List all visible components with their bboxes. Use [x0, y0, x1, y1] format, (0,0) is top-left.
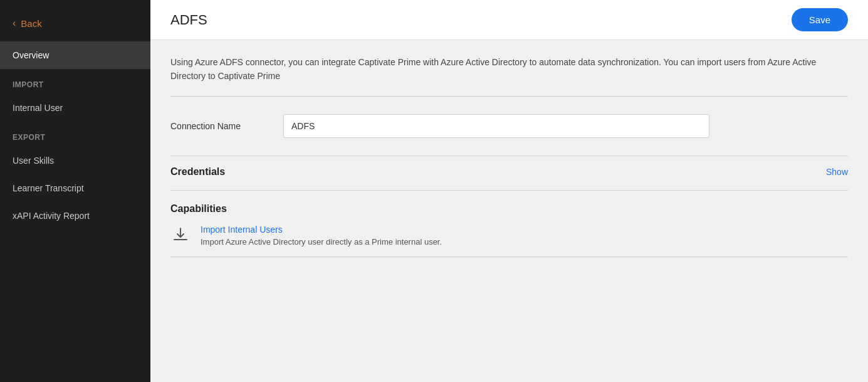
sidebar-item-user-skills[interactable]: User Skills	[0, 147, 150, 174]
save-button[interactable]: Save	[792, 8, 848, 31]
credentials-header: Credentials Show	[170, 166, 848, 178]
capabilities-section: Capabilities Import Internal Users Impor…	[170, 203, 848, 257]
page-description: Using Azure ADFS connector, you can inte…	[170, 55, 848, 97]
capability-bottom-divider	[170, 257, 848, 257]
export-section-label: EXPORT	[0, 122, 150, 147]
credentials-title: Credentials	[170, 166, 225, 178]
internal-user-label: Internal User	[13, 103, 63, 113]
main-content: ADFS Save Using Azure ADFS connector, yo…	[150, 0, 868, 382]
import-section-label: IMPORT	[0, 69, 150, 94]
credentials-section: Credentials Show	[170, 166, 848, 178]
sidebar-overview-label: Overview	[13, 50, 49, 60]
sidebar: ‹ Back Overview IMPORT Internal User EXP…	[0, 0, 150, 382]
sidebar-item-overview[interactable]: Overview	[0, 41, 150, 69]
sidebar-item-learner-transcript[interactable]: Learner Transcript	[0, 174, 150, 202]
sidebar-item-xapi-activity-report[interactable]: xAPI Activity Report	[0, 202, 150, 230]
page-title: ADFS	[170, 12, 207, 28]
page-header: ADFS Save	[150, 0, 868, 40]
connection-name-row: Connection Name	[170, 114, 848, 138]
import-users-icon	[170, 225, 191, 245]
user-skills-label: User Skills	[13, 156, 54, 166]
sidebar-item-internal-user[interactable]: Internal User	[0, 94, 150, 122]
sidebar-nav: Overview IMPORT Internal User EXPORT Use…	[0, 41, 150, 382]
back-label: Back	[21, 18, 41, 29]
back-arrow-icon: ‹	[13, 18, 16, 29]
import-internal-users-link[interactable]: Import Internal Users	[201, 225, 442, 235]
capabilities-divider	[170, 190, 848, 191]
capabilities-header: Capabilities	[170, 203, 848, 215]
capability-text: Import Internal Users Import Azure Activ…	[201, 225, 442, 247]
capability-description: Import Azure Active Directory user direc…	[201, 237, 442, 247]
show-credentials-link[interactable]: Show	[826, 167, 848, 177]
credentials-divider	[170, 156, 848, 156]
connection-name-label: Connection Name	[170, 121, 283, 131]
capability-item-import: Import Internal Users Import Azure Activ…	[170, 217, 848, 254]
back-button[interactable]: ‹ Back	[0, 0, 150, 41]
capabilities-title: Capabilities	[170, 203, 227, 215]
learner-transcript-label: Learner Transcript	[13, 183, 84, 193]
connection-name-input[interactable]	[283, 114, 709, 138]
content-area: Using Azure ADFS connector, you can inte…	[150, 40, 868, 382]
xapi-activity-label: xAPI Activity Report	[13, 211, 90, 221]
